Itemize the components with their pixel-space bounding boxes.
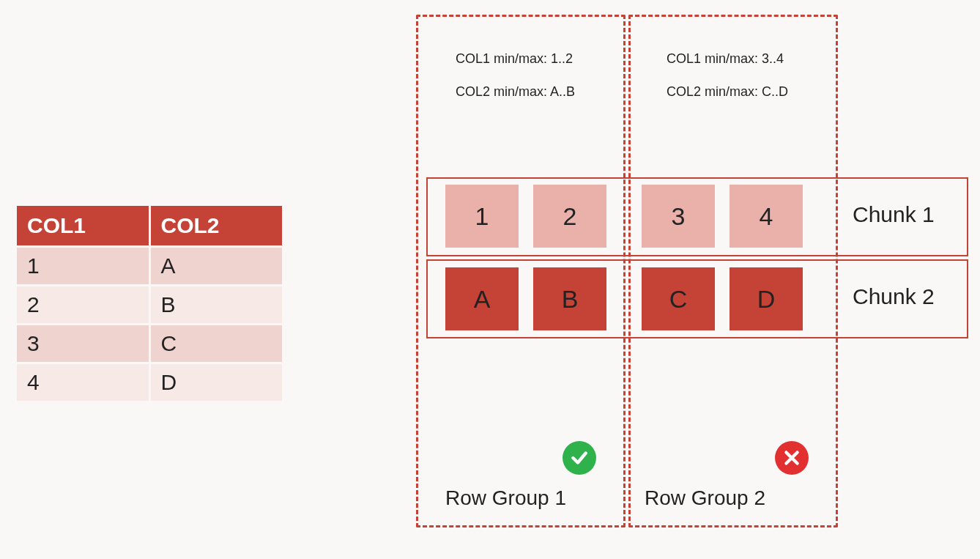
meta-line: COL2 min/max: A..B xyxy=(456,84,575,99)
rowgroup-chunk-diagram: 1 2 3 4 A B C D COL1 min/max: 1..2 COL2 … xyxy=(416,15,973,542)
table-row: 3 C xyxy=(17,325,282,362)
chunk-label: Chunk 1 xyxy=(853,202,935,227)
table-row: 4 D xyxy=(17,364,282,401)
rowgroup-metadata: COL1 min/max: 3..4 COL2 min/max: C..D xyxy=(652,34,788,116)
rowgroup-label: Row Group 2 xyxy=(645,486,765,510)
meta-line: COL2 min/max: C..D xyxy=(667,84,788,99)
table-row: 1 A xyxy=(17,248,282,284)
cell: D xyxy=(151,364,283,401)
data-table: COL1 COL2 1 A 2 B 3 C 4 D xyxy=(15,204,284,403)
cell: A xyxy=(151,248,283,284)
rowgroup-label: Row Group 1 xyxy=(445,486,566,510)
cell: 4 xyxy=(17,364,149,401)
cell: 1 xyxy=(17,248,149,284)
chunk-label: Chunk 2 xyxy=(853,284,935,309)
col-header: COL1 xyxy=(17,206,149,245)
cell: 2 xyxy=(17,286,149,323)
checkmark-icon xyxy=(563,441,596,475)
meta-line: COL1 min/max: 1..2 xyxy=(456,51,573,66)
cell: 3 xyxy=(17,325,149,362)
cell: B xyxy=(151,286,283,323)
rowgroup-metadata: COL1 min/max: 1..2 COL2 min/max: A..B xyxy=(441,34,575,116)
table-row: 2 B xyxy=(17,286,282,323)
col-header: COL2 xyxy=(151,206,283,245)
cell: C xyxy=(151,325,283,362)
cross-icon xyxy=(775,441,809,475)
meta-line: COL1 min/max: 3..4 xyxy=(667,51,784,66)
